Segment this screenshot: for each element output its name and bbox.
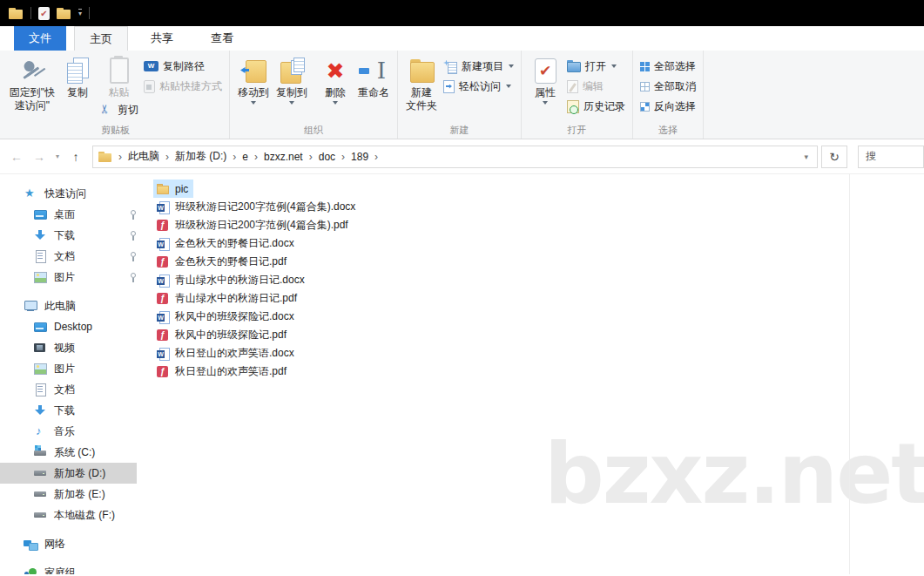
- cut-button[interactable]: 剪切: [97, 101, 141, 119]
- history-icon: [567, 100, 579, 113]
- sidebar-item[interactable]: Desktop: [0, 316, 137, 337]
- open-folder-icon: [567, 60, 581, 72]
- organize-group-label: 组织: [230, 124, 397, 137]
- select-all-button[interactable]: 全部选择: [637, 58, 698, 75]
- up-arrow-icon[interactable]: ↑: [66, 150, 85, 164]
- paste-shortcut-icon: [144, 80, 155, 93]
- folder-icon[interactable]: [9, 7, 24, 20]
- file-item[interactable]: 秋日登山的欢声笑语.docx: [153, 344, 300, 363]
- chevron-right-icon: ›: [159, 151, 175, 163]
- folder-icon[interactable]: [57, 7, 71, 20]
- select-none-button[interactable]: 全部取消: [637, 78, 698, 95]
- new-folder-button[interactable]: 新建 文件夹: [402, 53, 441, 114]
- search-input[interactable]: 搜: [858, 146, 924, 168]
- sidebar-item[interactable]: 新加卷 (D:): [0, 463, 137, 484]
- word-icon: [156, 274, 170, 288]
- back-arrow-icon[interactable]: ←: [7, 150, 26, 164]
- chevron-right-icon: ›: [248, 151, 264, 163]
- address-dropdown-chevron-icon[interactable]: ▾: [800, 152, 812, 161]
- breadcrumb-item[interactable]: › doc: [303, 151, 335, 163]
- document-icon: [33, 383, 47, 396]
- properties-check-icon[interactable]: [38, 7, 50, 20]
- breadcrumb-item[interactable]: › 189: [335, 151, 368, 163]
- sidebar-item[interactable]: 下载: [0, 225, 137, 246]
- paste-button[interactable]: 粘贴: [100, 53, 138, 101]
- sidebar-item[interactable]: 桌面: [0, 204, 137, 225]
- sidebar-item[interactable]: 此电脑: [0, 295, 137, 316]
- forward-arrow-icon[interactable]: →: [30, 150, 49, 164]
- sidebar-item[interactable]: 图片: [0, 267, 137, 288]
- ribbon: 固定到"快 速访问" 复制 粘贴 剪切 复制路径 粘贴快捷方式: [0, 51, 924, 139]
- sidebar-item[interactable]: 下载: [0, 400, 137, 421]
- breadcrumb-item[interactable]: › bzxz.net: [248, 151, 303, 163]
- pdf-icon: [156, 365, 170, 379]
- chevron-down-icon: [506, 85, 511, 88]
- new-folder-icon: [408, 58, 435, 84]
- select-group-label: 选择: [633, 124, 703, 137]
- chevron-down-icon[interactable]: ▾: [78, 9, 82, 17]
- ribbon-tab[interactable]: 查看: [196, 26, 248, 51]
- edit-button[interactable]: 编辑: [564, 78, 628, 95]
- chevron-down-icon: [543, 101, 548, 105]
- sidebar-item[interactable]: 图片: [0, 358, 137, 379]
- select-all-icon: [640, 62, 650, 71]
- system-drive-icon: [33, 445, 47, 459]
- chevron-down-icon: [333, 101, 338, 105]
- rename-button[interactable]: 重命名: [354, 53, 393, 101]
- pin-to-quick-access-button[interactable]: 固定到"快 速访问": [6, 53, 58, 114]
- file-item[interactable]: 青山绿水中的秋游日记.pdf: [153, 289, 302, 308]
- file-item[interactable]: 秋日登山的欢声笑语.pdf: [153, 363, 292, 381]
- file-item[interactable]: 班级秋游日记200字范例(4篇合集).pdf: [153, 216, 354, 234]
- sidebar-item[interactable]: 文档: [0, 246, 137, 267]
- move-to-button[interactable]: 移动到: [234, 53, 273, 106]
- ribbon-tab[interactable]: 文件: [14, 26, 66, 51]
- easy-access-button[interactable]: 轻松访问: [441, 78, 516, 95]
- properties-button[interactable]: 属性: [526, 53, 564, 106]
- ribbon-tab-strip: 文件 主页 共享 查看: [0, 26, 924, 51]
- music-icon: [33, 424, 47, 438]
- delete-button[interactable]: 删除: [316, 53, 354, 106]
- chevron-down-icon: [251, 101, 256, 105]
- sidebar-item[interactable]: 网络: [0, 533, 137, 554]
- breadcrumb-item[interactable]: › 新加卷 (D:): [159, 149, 226, 164]
- word-icon: [156, 200, 170, 214]
- ribbon-tab[interactable]: 主页: [74, 26, 128, 51]
- new-item-button[interactable]: 新建项目: [441, 58, 516, 75]
- ribbon-tab[interactable]: 共享: [136, 26, 188, 51]
- history-button[interactable]: 历史记录: [564, 98, 628, 115]
- sidebar-item[interactable]: 文档: [0, 379, 137, 400]
- file-item[interactable]: 班级秋游日记200字范例(4篇合集).docx: [153, 198, 361, 216]
- sidebar-item[interactable]: 家庭组: [0, 562, 137, 574]
- breadcrumb-item[interactable]: › e: [226, 151, 248, 163]
- paste-shortcut-button[interactable]: 粘贴快捷方式: [141, 78, 225, 95]
- divider: [89, 7, 90, 19]
- breadcrumb[interactable]: › 此电脑 › 新加卷 (D:) › e › bzxz.net: [92, 146, 818, 168]
- sidebar-item[interactable]: 本地磁盘 (F:): [0, 505, 137, 525]
- copy-button[interactable]: 复制: [58, 53, 97, 101]
- sidebar-item[interactable]: 视频: [0, 337, 137, 358]
- delete-x-icon: [323, 58, 347, 84]
- file-item[interactable]: 秋风中的班级探险记.pdf: [153, 326, 292, 344]
- invert-selection-button[interactable]: 反向选择: [637, 98, 698, 115]
- file-item[interactable]: 青山绿水中的秋游日记.docx: [153, 271, 310, 289]
- file-item[interactable]: 金色秋天的野餐日记.docx: [153, 234, 300, 253]
- sidebar-item[interactable]: 音乐: [0, 421, 137, 442]
- file-item[interactable]: 金色秋天的野餐日记.pdf: [153, 253, 292, 271]
- folder-icon: [156, 182, 170, 196]
- sidebar-item[interactable]: 快速访问: [0, 183, 137, 204]
- recent-locations-chevron-icon[interactable]: ▾: [52, 152, 63, 160]
- copy-path-button[interactable]: 复制路径: [141, 58, 225, 75]
- breadcrumb-item[interactable]: › 此电脑: [112, 149, 159, 164]
- word-icon: [156, 237, 170, 251]
- sidebar-item[interactable]: 新加卷 (E:): [0, 484, 137, 505]
- refresh-button[interactable]: ↻: [821, 146, 847, 168]
- chevron-right-icon: ›: [335, 151, 351, 163]
- file-item[interactable]: pic: [153, 180, 193, 198]
- sidebar-item[interactable]: 系统 (C:): [0, 442, 137, 463]
- copy-to-button[interactable]: 复制到: [273, 53, 311, 106]
- address-bar: ← → ▾ ↑ › 此电脑 › 新加卷 (D:) › e: [0, 139, 924, 174]
- open-button[interactable]: 打开: [564, 58, 628, 75]
- file-item[interactable]: 秋风中的班级探险记.docx: [153, 308, 300, 326]
- paste-icon: [110, 58, 129, 84]
- pdf-icon: [156, 219, 170, 233]
